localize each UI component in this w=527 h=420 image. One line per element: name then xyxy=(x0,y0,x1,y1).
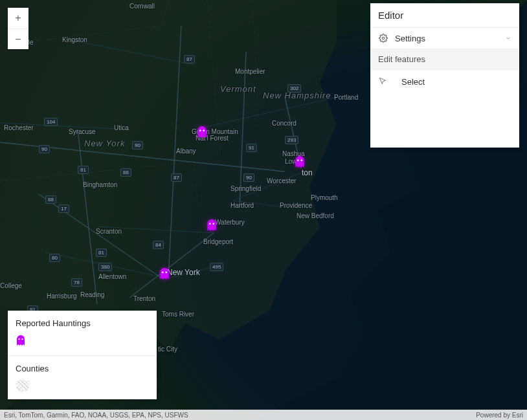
svg-point-23 xyxy=(203,129,205,131)
svg-point-26 xyxy=(209,223,211,225)
editor-body xyxy=(370,93,519,148)
haunting-marker[interactable] xyxy=(196,126,208,140)
legend-section-counties: Counties xyxy=(8,355,157,399)
hatch-icon xyxy=(16,380,30,392)
legend-swatch-ghost xyxy=(16,335,149,348)
haunting-marker[interactable] xyxy=(294,155,306,170)
svg-line-17 xyxy=(207,0,220,155)
svg-point-29 xyxy=(165,271,167,273)
svg-point-27 xyxy=(212,223,214,225)
svg-line-19 xyxy=(0,162,194,181)
svg-point-30 xyxy=(382,37,385,39)
legend-section-hauntings: Reported Hauntings xyxy=(8,311,157,355)
editor-select-tool[interactable]: Select xyxy=(370,69,519,93)
svg-point-22 xyxy=(199,129,201,131)
map-root: CornwallKingstonBellevilleMontpelierPort… xyxy=(0,0,527,420)
svg-point-28 xyxy=(162,271,164,273)
editor-section-header: Edit features xyxy=(370,49,519,69)
editor-panel: Editor Settings Edit features Select xyxy=(370,3,519,148)
cursor-icon xyxy=(378,76,388,87)
svg-point-31 xyxy=(18,338,19,340)
legend-swatch-counties xyxy=(16,380,149,392)
attribution-sources: Esri, TomTom, Garmin, FAO, NOAA, USGS, E… xyxy=(4,412,188,419)
svg-line-20 xyxy=(194,162,201,239)
legend-panel: Reported Hauntings Counties xyxy=(8,311,157,399)
editor-settings-label: Settings xyxy=(395,34,425,43)
editor-title: Editor xyxy=(370,3,519,27)
haunting-marker[interactable] xyxy=(159,267,170,282)
ghost-icon xyxy=(16,335,26,348)
legend-title: Reported Hauntings xyxy=(16,318,149,328)
svg-line-18 xyxy=(252,0,259,129)
legend-title: Counties xyxy=(16,364,149,373)
svg-point-25 xyxy=(300,159,302,161)
svg-point-32 xyxy=(21,338,23,340)
zoom-control: + − xyxy=(8,8,28,49)
haunting-marker[interactable] xyxy=(206,219,218,233)
svg-point-24 xyxy=(297,159,299,161)
svg-line-16 xyxy=(162,0,168,26)
attribution-bar: Esri, TomTom, Garmin, FAO, NOAA, USGS, E… xyxy=(0,410,527,420)
zoom-in-button[interactable]: + xyxy=(8,8,28,28)
editor-settings-row[interactable]: Settings xyxy=(370,27,519,49)
editor-select-label: Select xyxy=(401,77,425,87)
gear-icon xyxy=(378,33,388,43)
zoom-out-button[interactable]: − xyxy=(8,28,28,49)
attribution-powered-by[interactable]: Powered by Esri xyxy=(476,412,523,419)
chevron-down-icon xyxy=(505,34,511,43)
